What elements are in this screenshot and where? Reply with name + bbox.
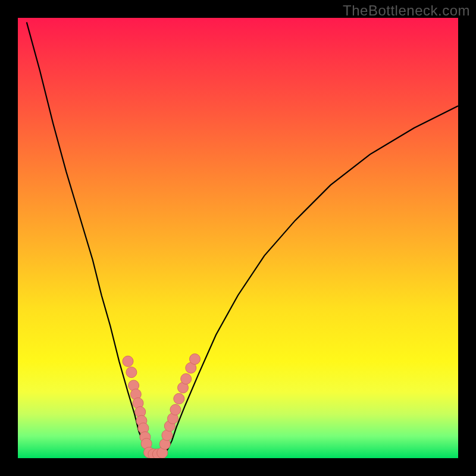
curve-group: [27, 22, 458, 456]
marker-group: [123, 354, 201, 459]
left-branch-points-point: [126, 367, 137, 378]
right-branch-points-point: [174, 393, 184, 404]
right-branch-points-point: [181, 374, 192, 384]
left-branch-points-point: [123, 356, 133, 367]
curve-layer: [18, 18, 458, 458]
right-branch-points-point: [190, 354, 201, 365]
watermark-text: TheBottleneck.com: [343, 2, 470, 19]
plot-area: [18, 18, 458, 458]
right-branch-curve: [163, 106, 458, 456]
right-branch-points-point: [170, 405, 181, 415]
chart-frame: TheBottleneck.com: [0, 0, 476, 476]
